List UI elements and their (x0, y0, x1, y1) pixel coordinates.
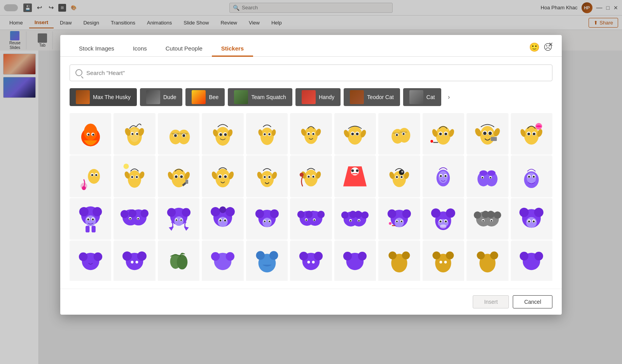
svg-point-71 (488, 132, 492, 135)
svg-point-204 (264, 220, 265, 222)
sticker-38[interactable] (246, 240, 288, 281)
category-max-the-husky[interactable]: Max The Husky (70, 88, 137, 106)
sticker-31[interactable] (423, 198, 464, 240)
dialog-search[interactable] (70, 64, 552, 81)
sticker-29[interactable] (334, 198, 376, 240)
dialog-close-button[interactable]: × (545, 39, 556, 50)
sticker-44[interactable] (511, 240, 552, 281)
svg-point-167 (87, 218, 89, 220)
svg-point-288 (388, 251, 397, 260)
category-team-squatch[interactable]: Team Squatch (228, 88, 292, 106)
sticker-33[interactable] (511, 198, 552, 240)
category-cat[interactable]: Cat (403, 88, 441, 106)
sticker-19[interactable] (378, 155, 420, 197)
squatch-thumb (234, 90, 248, 104)
sticker-1[interactable] (70, 113, 111, 155)
cancel-button[interactable]: Cancel (513, 295, 552, 308)
svg-point-289 (402, 251, 410, 260)
sticker-39-img (294, 245, 328, 278)
svg-point-272 (176, 255, 187, 270)
sticker-13[interactable] (114, 155, 155, 197)
tab-cutout-people[interactable]: Cutout People (156, 41, 212, 57)
sticker-4[interactable] (202, 113, 243, 155)
sticker-24[interactable] (114, 198, 155, 240)
svg-point-172 (121, 210, 129, 218)
category-handy[interactable]: Handy (295, 88, 341, 106)
sticker-8[interactable] (378, 113, 420, 155)
smiley-icon[interactable]: 🙂 (529, 42, 540, 52)
tab-stock-images[interactable]: Stock Images (70, 41, 124, 57)
sticker-42[interactable] (423, 240, 464, 281)
sticker-15[interactable] (202, 155, 243, 197)
sticker-grid (70, 113, 552, 281)
sticker-25[interactable] (158, 198, 199, 240)
svg-point-256 (519, 207, 529, 217)
sticker-40[interactable] (334, 240, 376, 281)
sticker-33-img (515, 202, 548, 236)
sticker-2[interactable] (114, 113, 155, 155)
tab-icons[interactable]: Icons (124, 41, 156, 57)
sticker-5[interactable] (246, 113, 288, 155)
categories-next-button[interactable]: › (444, 92, 454, 102)
sticker-17[interactable] (290, 155, 332, 197)
sticker-7[interactable] (334, 113, 376, 155)
tab-stickers[interactable]: Stickers (212, 41, 253, 57)
sticker-9[interactable] (423, 113, 464, 155)
insert-button[interactable]: Insert (473, 295, 509, 308)
sticker-10[interactable] (466, 113, 508, 155)
sticker-43[interactable] (466, 240, 508, 281)
sticker-35[interactable] (114, 240, 155, 281)
sticker-28[interactable] (290, 198, 332, 240)
sticker-3[interactable] (158, 113, 199, 155)
sticker-14[interactable] (158, 155, 199, 197)
sticker-11[interactable] (511, 113, 552, 155)
sticker-26[interactable] (202, 198, 243, 240)
svg-point-102 (180, 175, 183, 178)
svg-point-221 (362, 211, 369, 219)
svg-point-123 (308, 176, 309, 178)
dialog-body: Max The Husky Dude Bee Team Squatch (60, 57, 562, 289)
sticker-22[interactable] (511, 155, 552, 197)
sticker-39[interactable] (290, 240, 332, 281)
svg-point-200 (270, 209, 278, 218)
category-dude[interactable]: Dude (140, 88, 182, 106)
sticker-29-img (338, 202, 372, 236)
sticker-23[interactable] (70, 198, 111, 240)
sticker-34[interactable] (70, 240, 111, 281)
sticker-21[interactable] (466, 155, 508, 197)
svg-point-94 (136, 176, 138, 178)
svg-point-156 (527, 172, 536, 183)
sticker-20[interactable] (423, 155, 464, 197)
sticker-16[interactable] (246, 155, 288, 197)
sticker-37[interactable] (202, 240, 243, 281)
svg-point-127 (300, 172, 304, 176)
svg-rect-170 (91, 226, 95, 232)
sticker-19-img (383, 160, 416, 193)
sticker-30[interactable] (378, 198, 420, 240)
svg-rect-20 (171, 133, 180, 134)
sticker-34-img (74, 245, 107, 278)
svg-point-264 (79, 253, 87, 261)
sticker-search-input[interactable] (86, 70, 547, 76)
svg-point-214 (306, 219, 307, 221)
category-teodor-cat[interactable]: Teodor Cat (344, 88, 400, 106)
sticker-32[interactable] (466, 198, 508, 240)
svg-point-183 (182, 208, 190, 216)
sticker-41[interactable] (378, 240, 420, 281)
dialog-overlay: × Stock Images Icons Cutout People Stick… (0, 0, 622, 364)
svg-point-228 (402, 209, 411, 218)
svg-point-285 (343, 252, 352, 260)
sticker-31-img (426, 202, 460, 236)
svg-point-229 (395, 218, 404, 227)
svg-point-257 (534, 207, 543, 217)
svg-point-109 (219, 175, 222, 178)
category-label-cat: Cat (426, 94, 435, 100)
sticker-36[interactable] (158, 240, 199, 281)
svg-point-32 (264, 133, 266, 135)
svg-point-89 (80, 183, 87, 189)
sticker-12[interactable] (70, 155, 111, 197)
sticker-27[interactable] (246, 198, 288, 240)
sticker-6[interactable] (290, 113, 332, 155)
sticker-18[interactable] (334, 155, 376, 197)
category-bee[interactable]: Bee (185, 88, 225, 106)
